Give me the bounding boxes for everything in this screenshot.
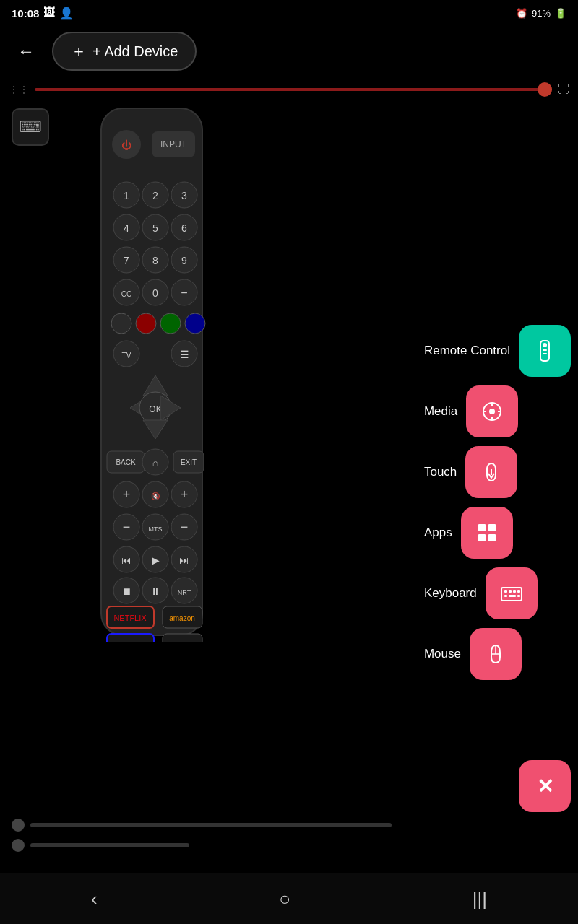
mouse-label: Mouse [424, 647, 461, 661]
header: ← ＋ + Add Device [0, 26, 578, 77]
media-button[interactable] [466, 385, 518, 437]
action-buttons-panel: Remote Control Media Touch [424, 325, 571, 680]
progress-track[interactable] [35, 88, 552, 91]
back-button[interactable]: ← [12, 35, 40, 67]
add-device-button[interactable]: ＋ + Add Device [52, 32, 197, 71]
battery-icon: 🔋 [555, 8, 566, 19]
svg-text:4: 4 [124, 222, 129, 234]
svg-rect-100 [517, 590, 520, 593]
apps-label: Apps [424, 526, 452, 540]
svg-rect-103 [517, 595, 520, 597]
svg-point-82 [543, 343, 547, 347]
remote-icon [532, 338, 558, 364]
alarm-icon: ⏰ [516, 8, 527, 19]
navigation-bar: ‹ ○ ||| [0, 873, 578, 924]
svg-rect-102 [509, 595, 516, 597]
apps-button[interactable] [461, 507, 513, 559]
nav-back-button[interactable]: ‹ [69, 881, 119, 918]
svg-text:YouTube: YouTube [168, 642, 197, 642]
scroll-bar-2 [30, 843, 189, 847]
mouse-item: Mouse [424, 628, 571, 680]
svg-text:NRT: NRT [178, 589, 191, 596]
svg-text:2: 2 [152, 190, 158, 201]
svg-rect-97 [504, 590, 507, 593]
media-label: Media [424, 404, 457, 419]
scroll-bar-row-1 [12, 819, 566, 832]
svg-point-86 [489, 409, 495, 414]
svg-text:INPUT: INPUT [160, 139, 187, 149]
battery-display: 91% [532, 8, 551, 19]
svg-rect-99 [513, 590, 516, 593]
svg-point-32 [185, 313, 205, 334]
svg-text:EXIT: EXIT [181, 458, 197, 466]
svg-text:+: + [123, 487, 131, 502]
keyboard-button[interactable] [486, 567, 538, 619]
nav-recents-button[interactable]: ||| [451, 881, 509, 918]
media-icon [479, 398, 505, 424]
svg-text:5: 5 [152, 222, 158, 234]
svg-rect-96 [501, 588, 522, 601]
svg-rect-84 [543, 353, 547, 354]
time-display: 10:08 [12, 7, 39, 19]
apps-item: Apps [424, 507, 571, 559]
svg-text:🔇: 🔇 [151, 492, 160, 501]
slider-thumb[interactable] [538, 82, 552, 97]
expand-icon[interactable]: ⛶ [558, 83, 569, 96]
svg-rect-92 [478, 524, 486, 531]
svg-text:amazon: amazon [169, 614, 195, 622]
svg-text:⏸: ⏸ [150, 585, 160, 597]
svg-text:BACK: BACK [116, 458, 136, 466]
svg-text:⏹: ⏹ [121, 585, 131, 597]
svg-text:9: 9 [181, 255, 187, 266]
svg-text:TV: TV [122, 352, 131, 359]
status-right: ⏰ 91% 🔋 [516, 8, 566, 19]
svg-text:−: − [123, 520, 131, 534]
remote-control-item: Remote Control [424, 325, 571, 377]
mouse-button[interactable] [470, 628, 522, 680]
svg-text:☰: ☰ [180, 349, 189, 360]
remote-control-label: Remote Control [424, 344, 510, 358]
add-device-label: + Add Device [92, 43, 178, 60]
keyboard-icon: ⌨ [19, 118, 42, 136]
touch-item: Touch [424, 446, 571, 498]
svg-point-31 [160, 313, 181, 334]
close-button[interactable]: ✕ [519, 760, 571, 812]
keyboard-icon [499, 580, 525, 606]
svg-text:−: − [181, 287, 187, 299]
touch-icon [478, 459, 504, 485]
photo-icon: 🖼 [43, 6, 55, 19]
remote-control-button[interactable] [519, 325, 571, 377]
keyboard-top-button[interactable]: ⌨ [12, 108, 49, 146]
svg-point-29 [111, 313, 131, 334]
person-icon: 👤 [59, 6, 74, 20]
scroll-dot-1 [12, 819, 25, 832]
svg-rect-94 [478, 534, 486, 541]
touch-button[interactable] [465, 446, 517, 498]
apps-icon [474, 520, 500, 546]
svg-text:−: − [181, 520, 189, 534]
drag-handle-icon: ⋮⋮ [9, 84, 29, 95]
svg-rect-83 [543, 349, 547, 351]
svg-text:⏮: ⏮ [121, 554, 131, 566]
remote-control-image: ⏻ INPUT 1 2 3 4 5 6 7 8 9 CC 0 [87, 101, 217, 645]
svg-text:NETFLIX: NETFLIX [113, 614, 147, 622]
status-bar: 10:08 🖼 👤 ⏰ 91% 🔋 [0, 0, 578, 26]
svg-text:VUDU: VUDU [118, 641, 141, 642]
bottom-scroll-bars [12, 819, 566, 852]
svg-rect-93 [488, 524, 496, 531]
svg-text:0: 0 [152, 287, 158, 299]
svg-text:8: 8 [152, 255, 158, 266]
svg-text:6: 6 [181, 222, 187, 234]
svg-text:⏻: ⏻ [121, 139, 131, 151]
svg-text:⌂: ⌂ [152, 457, 158, 468]
remote-svg: ⏻ INPUT 1 2 3 4 5 6 7 8 9 CC 0 [87, 101, 217, 642]
keyboard-label: Keyboard [424, 586, 477, 601]
svg-text:3: 3 [181, 190, 187, 201]
svg-text:MTS: MTS [149, 526, 163, 533]
slider-area[interactable]: ⋮⋮ ⛶ [0, 77, 578, 103]
keyboard-item: Keyboard [424, 567, 571, 619]
close-icon: ✕ [537, 775, 553, 798]
nav-home-button[interactable]: ○ [257, 881, 312, 918]
status-left: 10:08 🖼 👤 [12, 6, 74, 20]
svg-text:7: 7 [124, 255, 129, 266]
